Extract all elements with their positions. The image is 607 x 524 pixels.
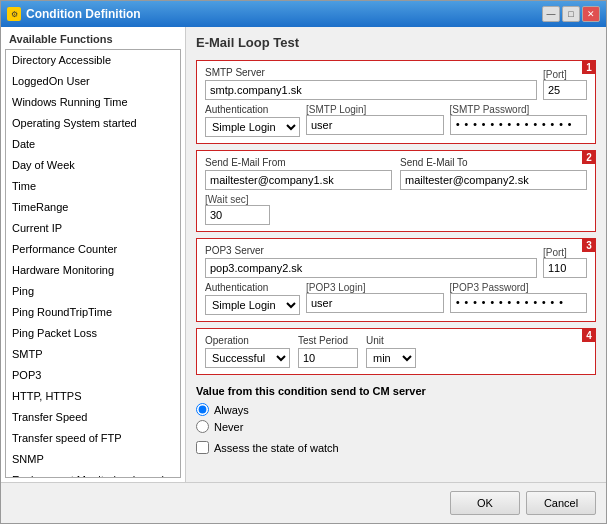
window-title: Condition Definition [26, 7, 141, 21]
smtp-port-input[interactable] [543, 80, 587, 100]
sidebar-item-9[interactable]: Performance Counter [6, 239, 180, 260]
smtp-login-label: [SMTP Login] [306, 104, 444, 115]
section-3: 3 POP3 Server [Port] Authentication [196, 238, 596, 322]
minimize-button[interactable]: — [542, 6, 560, 22]
content: Available Functions Directory Accessible… [1, 27, 606, 482]
section-num-3: 3 [582, 238, 596, 252]
sidebar-item-3[interactable]: Operating System started [6, 113, 180, 134]
smtp-login-input[interactable] [306, 115, 444, 135]
smtp-auth-select[interactable]: Simple Login [205, 117, 300, 137]
panel-title: E-Mail Loop Test [196, 35, 596, 50]
sidebar-item-0[interactable]: Directory Accessible [6, 50, 180, 71]
sidebar-item-11[interactable]: Ping [6, 281, 180, 302]
sidebar-item-12[interactable]: Ping RoundTripTime [6, 302, 180, 323]
send-to-label: Send E-Mail To [400, 157, 587, 168]
sidebar-list[interactable]: Directory Accessible LoggedOn User Windo… [5, 49, 181, 478]
sidebar-item-16[interactable]: HTTP, HTTPS [6, 386, 180, 407]
section-4: 4 Operation Successful Test Period Unit [196, 328, 596, 375]
ok-button[interactable]: OK [450, 491, 520, 515]
pop3-server-input[interactable] [205, 258, 537, 278]
sidebar-item-2[interactable]: Windows Running Time [6, 92, 180, 113]
maximize-button[interactable]: □ [562, 6, 580, 22]
close-button[interactable]: ✕ [582, 6, 600, 22]
radio-always-row: Always [196, 403, 596, 416]
sidebar-item-8[interactable]: Current IP [6, 218, 180, 239]
sidebar-item-18[interactable]: Transfer speed of FTP [6, 428, 180, 449]
sidebar-item-20[interactable]: Environment Monitoring (snmp) [6, 470, 180, 478]
send-from-label: Send E-Mail From [205, 157, 392, 168]
test-period-input[interactable] [298, 348, 358, 368]
window: ⚙ Condition Definition — □ ✕ Available F… [0, 0, 607, 524]
sidebar-item-7[interactable]: TimeRange [6, 197, 180, 218]
pop3-login-label: [POP3 Login] [306, 282, 444, 293]
smtp-server-input[interactable] [205, 80, 537, 100]
operation-select[interactable]: Successful [205, 348, 290, 368]
wait-input[interactable] [205, 205, 270, 225]
radio-never[interactable] [196, 420, 209, 433]
sidebar-item-14[interactable]: SMTP [6, 344, 180, 365]
sidebar-item-6[interactable]: Time [6, 176, 180, 197]
sidebar-item-10[interactable]: Hardware Monitoring [6, 260, 180, 281]
pop3-login-input[interactable] [306, 293, 444, 313]
sidebar-item-5[interactable]: Day of Week [6, 155, 180, 176]
operation-label: Operation [205, 335, 290, 346]
unit-label: Unit [366, 335, 416, 346]
pop3-port-input[interactable] [543, 258, 587, 278]
value-section-title: Value from this condition send to CM ser… [196, 385, 596, 397]
smtp-password-input[interactable] [450, 115, 588, 135]
smtp-auth-label: Authentication [205, 104, 300, 115]
section-num-1: 1 [582, 60, 596, 74]
sidebar-item-19[interactable]: SNMP [6, 449, 180, 470]
send-from-input[interactable] [205, 170, 392, 190]
sidebar-item-15[interactable]: POP3 [6, 365, 180, 386]
sidebar-item-17[interactable]: Transfer Speed [6, 407, 180, 428]
wait-label: [Wait sec] [205, 194, 270, 205]
window-controls: — □ ✕ [542, 6, 600, 22]
sidebar: Available Functions Directory Accessible… [1, 27, 186, 482]
title-bar: ⚙ Condition Definition — □ ✕ [1, 1, 606, 27]
unit-select[interactable]: min [366, 348, 416, 368]
cancel-button[interactable]: Cancel [526, 491, 596, 515]
smtp-port-label: [Port] [543, 69, 587, 80]
radio-never-row: Never [196, 420, 596, 433]
sidebar-header: Available Functions [1, 27, 185, 49]
section-1: 1 SMTP Server [Port] Authentication [196, 60, 596, 144]
smtp-password-label: [SMTP Password] [450, 104, 588, 115]
title-bar-left: ⚙ Condition Definition [7, 7, 141, 21]
pop3-port-label: [Port] [543, 247, 587, 258]
sidebar-item-13[interactable]: Ping Packet Loss [6, 323, 180, 344]
test-period-label: Test Period [298, 335, 358, 346]
main-panel: E-Mail Loop Test 1 SMTP Server [Port] [186, 27, 606, 482]
app-icon: ⚙ [7, 7, 21, 21]
assess-state-checkbox[interactable] [196, 441, 209, 454]
assess-state-row: Assess the state of watch [196, 441, 596, 454]
send-to-input[interactable] [400, 170, 587, 190]
sidebar-item-4[interactable]: Date [6, 134, 180, 155]
pop3-auth-select[interactable]: Simple Login [205, 295, 300, 315]
value-section: Value from this condition send to CM ser… [196, 381, 596, 458]
section-num-4: 4 [582, 328, 596, 342]
sidebar-item-1[interactable]: LoggedOn User [6, 71, 180, 92]
section-num-2: 2 [582, 150, 596, 164]
footer: OK Cancel [1, 482, 606, 523]
pop3-auth-label: Authentication [205, 282, 300, 293]
pop3-password-label: [POP3 Password] [450, 282, 588, 293]
radio-always[interactable] [196, 403, 209, 416]
pop3-server-label: POP3 Server [205, 245, 537, 256]
smtp-server-label: SMTP Server [205, 67, 537, 78]
pop3-password-input[interactable] [450, 293, 588, 313]
radio-always-label: Always [214, 404, 249, 416]
radio-never-label: Never [214, 421, 243, 433]
section-2: 2 Send E-Mail From Send E-Mail To [Wait … [196, 150, 596, 232]
assess-state-label: Assess the state of watch [214, 442, 339, 454]
